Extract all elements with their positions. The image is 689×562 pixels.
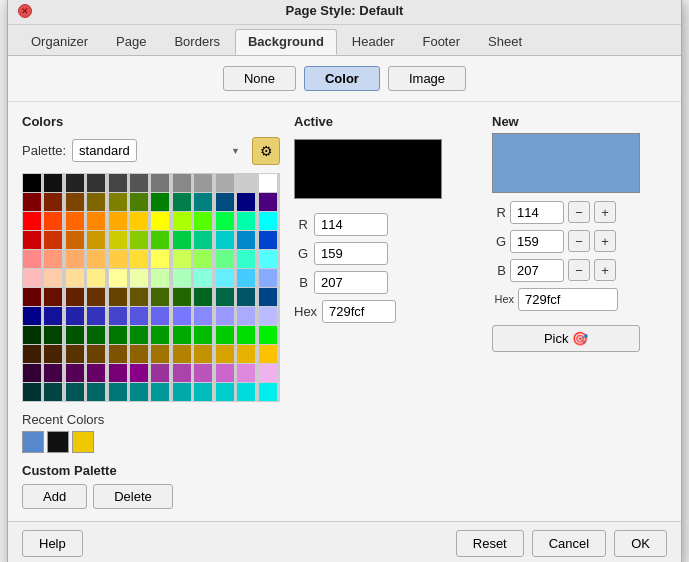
color-cell[interactable] (151, 250, 169, 268)
pick-button[interactable]: Pick 🎯 (492, 325, 640, 352)
color-cell[interactable] (173, 174, 191, 192)
color-cell[interactable] (237, 193, 255, 211)
color-cell[interactable] (237, 383, 255, 401)
color-cell[interactable] (216, 383, 234, 401)
color-cell[interactable] (23, 326, 41, 344)
color-cell[interactable] (259, 288, 277, 306)
color-cell[interactable] (194, 345, 212, 363)
color-cell[interactable] (44, 326, 62, 344)
color-cell[interactable] (44, 307, 62, 325)
color-cell[interactable] (151, 193, 169, 211)
color-cell[interactable] (87, 231, 105, 249)
new-g-input[interactable] (510, 230, 564, 253)
color-cell[interactable] (151, 326, 169, 344)
color-cell[interactable] (216, 250, 234, 268)
color-button[interactable]: Color (304, 66, 380, 91)
color-cell[interactable] (194, 174, 212, 192)
color-cell[interactable] (87, 269, 105, 287)
color-cell[interactable] (109, 212, 127, 230)
new-r-minus[interactable]: − (568, 201, 590, 223)
color-cell[interactable] (66, 326, 84, 344)
color-cell[interactable] (66, 269, 84, 287)
color-cell[interactable] (44, 193, 62, 211)
tab-page[interactable]: Page (103, 29, 159, 55)
image-button[interactable]: Image (388, 66, 466, 91)
color-cell[interactable] (130, 383, 148, 401)
tab-header[interactable]: Header (339, 29, 408, 55)
color-cell[interactable] (23, 250, 41, 268)
new-r-input[interactable] (510, 201, 564, 224)
recent-swatch-1[interactable] (47, 431, 69, 453)
color-cell[interactable] (23, 288, 41, 306)
color-cell[interactable] (151, 383, 169, 401)
color-cell[interactable] (259, 345, 277, 363)
color-cell[interactable] (23, 269, 41, 287)
tab-borders[interactable]: Borders (161, 29, 233, 55)
color-cell[interactable] (194, 212, 212, 230)
color-cell[interactable] (237, 174, 255, 192)
color-cell[interactable] (151, 364, 169, 382)
color-cell[interactable] (23, 193, 41, 211)
color-cell[interactable] (194, 193, 212, 211)
color-cell[interactable] (194, 288, 212, 306)
color-cell[interactable] (237, 307, 255, 325)
color-cell[interactable] (23, 231, 41, 249)
color-cell[interactable] (259, 307, 277, 325)
color-cell[interactable] (87, 288, 105, 306)
color-cell[interactable] (66, 345, 84, 363)
color-cell[interactable] (87, 250, 105, 268)
tab-background[interactable]: Background (235, 29, 337, 55)
color-cell[interactable] (259, 212, 277, 230)
color-cell[interactable] (194, 383, 212, 401)
color-cell[interactable] (173, 269, 191, 287)
color-cell[interactable] (194, 364, 212, 382)
color-cell[interactable] (23, 174, 41, 192)
color-cell[interactable] (194, 269, 212, 287)
color-cell[interactable] (259, 250, 277, 268)
color-cell[interactable] (151, 307, 169, 325)
color-cell[interactable] (216, 231, 234, 249)
color-cell[interactable] (151, 212, 169, 230)
color-cell[interactable] (66, 250, 84, 268)
color-cell[interactable] (44, 212, 62, 230)
help-button[interactable]: Help (22, 530, 83, 557)
ok-button[interactable]: OK (614, 530, 667, 557)
color-cell[interactable] (109, 174, 127, 192)
color-cell[interactable] (216, 345, 234, 363)
color-cell[interactable] (130, 345, 148, 363)
color-cell[interactable] (194, 307, 212, 325)
color-cell[interactable] (87, 345, 105, 363)
color-cell[interactable] (130, 326, 148, 344)
color-cell[interactable] (66, 364, 84, 382)
color-cell[interactable] (173, 288, 191, 306)
color-cell[interactable] (173, 326, 191, 344)
new-b-input[interactable] (510, 259, 564, 282)
color-cell[interactable] (23, 307, 41, 325)
color-cell[interactable] (259, 364, 277, 382)
color-cell[interactable] (44, 288, 62, 306)
color-cell[interactable] (109, 345, 127, 363)
color-cell[interactable] (151, 269, 169, 287)
color-cell[interactable] (87, 364, 105, 382)
color-cell[interactable] (216, 307, 234, 325)
new-r-plus[interactable]: + (594, 201, 616, 223)
color-cell[interactable] (216, 326, 234, 344)
palette-select[interactable]: standard custom (72, 139, 137, 162)
color-cell[interactable] (87, 212, 105, 230)
new-g-plus[interactable]: + (594, 230, 616, 252)
tab-organizer[interactable]: Organizer (18, 29, 101, 55)
color-cell[interactable] (237, 326, 255, 344)
color-cell[interactable] (23, 383, 41, 401)
color-cell[interactable] (130, 250, 148, 268)
color-cell[interactable] (130, 212, 148, 230)
color-cell[interactable] (194, 231, 212, 249)
color-cell[interactable] (259, 174, 277, 192)
color-cell[interactable] (109, 383, 127, 401)
color-cell[interactable] (130, 288, 148, 306)
color-cell[interactable] (216, 288, 234, 306)
color-cell[interactable] (259, 269, 277, 287)
color-cell[interactable] (109, 307, 127, 325)
close-button[interactable]: ✕ (18, 4, 32, 18)
color-cell[interactable] (87, 193, 105, 211)
color-cell[interactable] (87, 307, 105, 325)
